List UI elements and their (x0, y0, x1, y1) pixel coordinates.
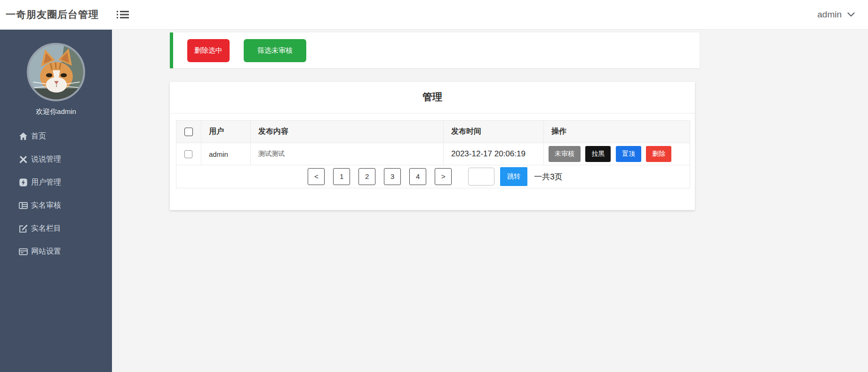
column-header-time: 发布时间 (444, 121, 544, 143)
blacklist-button[interactable]: 拉黑 (585, 146, 611, 162)
user-menu[interactable]: admin (817, 9, 855, 20)
pin-top-button[interactable]: 置顶 (616, 146, 641, 162)
jump-page-input[interactable] (468, 168, 494, 186)
sidebar-item-posts[interactable]: 说说管理 (0, 148, 112, 171)
sidebar-item-site-settings[interactable]: 网站设置 (0, 240, 112, 263)
sidebar-item-label: 说说管理 (31, 154, 61, 164)
sidebar-item-users[interactable]: 用户管理 (0, 171, 112, 194)
toolbar-panel: 删除选中 筛选未审核 (170, 32, 700, 68)
total-pages-label: 一共3页 (534, 171, 562, 182)
delete-button[interactable]: 删除 (646, 146, 671, 162)
username-label: admin (817, 9, 842, 20)
id-card-icon (19, 201, 28, 210)
sidebar-toggle-button[interactable] (117, 9, 129, 20)
list-icon (117, 9, 129, 20)
pagination-row: < 1 2 3 4 > 跳转 一共3页 (176, 165, 690, 188)
posts-table: 用户 发布内容 发布时间 操作 admin 测试测试 (176, 120, 690, 188)
page-title: 一奇朋友圈后台管理 (6, 8, 99, 21)
page-button-1[interactable]: 1 (333, 168, 350, 185)
cat-avatar-image (29, 45, 83, 99)
edit-icon (19, 224, 28, 233)
sidebar-item-home[interactable]: 首页 (0, 125, 112, 148)
jump-button[interactable]: 跳转 (500, 167, 527, 186)
bolt-icon (19, 178, 28, 187)
posts-table-wrap: 用户 发布内容 发布时间 操作 admin 测试测试 (176, 120, 690, 188)
sidebar-item-realname-review[interactable]: 实名审核 (0, 194, 112, 217)
sidebar-item-label: 实名栏目 (31, 224, 61, 234)
row-user: admin (201, 143, 251, 165)
management-card: 管理 用户 发布内容 发布时间 操作 (170, 82, 695, 210)
avatar (27, 43, 85, 101)
header-checkbox-cell (176, 121, 201, 143)
row-checkbox[interactable] (184, 150, 192, 158)
sidebar-item-label: 用户管理 (31, 178, 61, 187)
main-content: 删除选中 筛选未审核 管理 用户 发布内容 发布时间 操作 (112, 30, 868, 372)
sidebar-item-label: 首页 (31, 131, 46, 141)
sidebar-item-label: 网站设置 (31, 247, 61, 257)
unreviewed-button[interactable]: 未审核 (549, 146, 581, 162)
tools-icon (19, 155, 28, 164)
page-button-4[interactable]: 4 (409, 168, 426, 185)
row-checkbox-cell (176, 143, 201, 165)
filter-unreviewed-button[interactable]: 筛选未审核 (244, 39, 306, 62)
site-card-icon (19, 247, 28, 256)
table-header-row: 用户 发布内容 发布时间 操作 (176, 121, 690, 143)
pagination: < 1 2 3 4 > 跳转 一共3页 (303, 167, 562, 186)
page-button-2[interactable]: 2 (358, 168, 375, 185)
sidebar: 欢迎你admin 首页 说说管理 用户管理 (0, 30, 112, 372)
row-actions: 未审核 拉黑 置顶 删除 (544, 143, 690, 165)
chevron-down-icon (847, 12, 855, 17)
row-time: 2023-12-17 20:06:19 (444, 143, 544, 165)
home-icon (19, 132, 28, 141)
column-header-user: 用户 (201, 121, 251, 143)
card-title: 管理 (170, 82, 695, 113)
top-header: 一奇朋友圈后台管理 admin (0, 0, 868, 30)
page-button-3[interactable]: 3 (384, 168, 401, 185)
table-row: admin 测试测试 2023-12-17 20:06:19 未审核 拉黑 置顶… (176, 143, 690, 165)
prev-page-button[interactable]: < (308, 168, 325, 185)
delete-selected-button[interactable]: 删除选中 (187, 39, 230, 62)
column-header-content: 发布内容 (251, 121, 444, 143)
column-header-actions: 操作 (544, 121, 690, 143)
sidebar-item-realname-columns[interactable]: 实名栏目 (0, 217, 112, 240)
sidebar-item-label: 实名审核 (31, 201, 61, 210)
welcome-text: 欢迎你admin (36, 107, 76, 116)
select-all-checkbox[interactable] (184, 128, 193, 136)
next-page-button[interactable]: > (435, 168, 452, 185)
row-content: 测试测试 (251, 143, 444, 165)
sidebar-menu: 首页 说说管理 用户管理 (0, 125, 112, 263)
